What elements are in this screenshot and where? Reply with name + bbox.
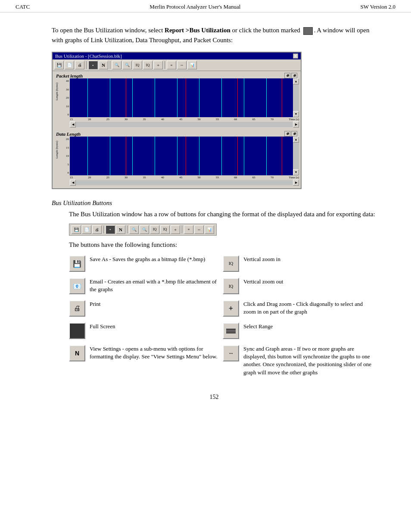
fullscreen-icon[interactable] <box>69 323 85 339</box>
toolbar-sep1 <box>86 61 87 69</box>
window-title: Bus Utilization - [ChatSession.blk] <box>55 53 122 59</box>
graph1-xaxis-row: 15 20 25 30 35 40 45 50 55 60 65 70 Time… <box>54 117 299 121</box>
packet-length-graph: Packet length ⊕ ⊗ Length (bytes) 40 30 2… <box>54 73 299 129</box>
graph2-plot <box>70 137 293 175</box>
section-body: The Bus Utilization window has a row of … <box>69 209 377 376</box>
toolbar-sync-btn[interactable]: ↔ <box>177 61 187 69</box>
email-icon[interactable]: 📧 <box>69 278 85 294</box>
graph1-xaxis-spacer <box>54 117 70 121</box>
graph2-collapse-btn[interactable]: ⊗ <box>291 131 297 137</box>
replica-vzoomin-btn[interactable]: IQ <box>150 225 159 234</box>
redvline4 <box>282 78 282 117</box>
page-content: To open the Bus Utilization window, sele… <box>0 12 411 414</box>
selectrange-desc: Select Range <box>243 323 377 330</box>
g2-hscroll-track <box>76 180 293 185</box>
replica-dragzoom-btn[interactable]: + <box>171 225 180 234</box>
replica-sep2 <box>127 226 128 233</box>
replica-sep3 <box>182 226 182 233</box>
section-body1: The Bus Utilization window has a row of … <box>69 209 377 219</box>
window-close-button[interactable]: ✕ <box>293 53 298 59</box>
vline1 <box>87 78 88 117</box>
window-titlebar: Bus Utilization - [ChatSession.blk] ✕ <box>53 53 301 59</box>
g2-redvline2 <box>186 137 186 175</box>
toolbar-vzoomout-btn[interactable]: IQ <box>143 61 153 69</box>
graph2-expand-btn[interactable]: ⊕ <box>284 131 290 137</box>
toolbar-selectrange-btn[interactable]: ≡ <box>167 61 176 69</box>
graph2-content: Length (bytes) 20 15 10 5 0 <box>54 137 299 175</box>
intro-text-1: To open the Bus Utilization window, sele… <box>52 27 165 34</box>
vzoomout-desc: Vertical zoom out <box>243 278 377 286</box>
vline9 <box>266 78 267 117</box>
sync-icon[interactable]: ↔ <box>223 345 239 361</box>
toolbar-save-btn[interactable]: 💾 <box>54 61 64 69</box>
hscroll-track <box>76 122 293 127</box>
vzoomin-icon[interactable]: IQ <box>223 255 239 272</box>
g2-vline5 <box>177 137 177 175</box>
toolbar-zoomout-btn[interactable]: 🔍 <box>122 61 132 69</box>
replica-email-btn[interactable]: 📄 <box>82 225 91 234</box>
vline2 <box>110 78 110 117</box>
replica-fullscreen-btn[interactable]: ▪ <box>106 225 115 234</box>
print-desc: Print <box>90 300 223 308</box>
viewsettings-icon[interactable]: N <box>69 345 85 361</box>
page-header: CATC Merlin Protocol Analyzer User's Man… <box>0 0 411 12</box>
toolbar-print-btn[interactable]: 🖨 <box>75 61 84 69</box>
hscroll-left-btn[interactable]: ◀ <box>70 121 76 128</box>
g2-hscroll-left-btn[interactable]: ◀ <box>70 180 76 186</box>
toolbar-email-btn[interactable]: 📄 <box>65 61 74 69</box>
dragzoom-icon[interactable]: + <box>223 300 239 317</box>
replica-zoomout-btn[interactable]: 🔍 <box>140 225 149 234</box>
btn-row-5-left: N View Settings - opens a sub-menu with … <box>69 345 223 361</box>
g2-vscroll-down-btn[interactable]: ▼ <box>293 169 299 175</box>
toolbar-viewsettings-btn[interactable]: N <box>99 61 108 69</box>
toolbar-replica: 💾 📄 🖨 ▪ N 🔍 🔍 IQ IQ + ≡ ↔ 📊 <box>69 224 217 236</box>
vscroll-up-btn[interactable]: ▲ <box>293 78 299 84</box>
hscroll-right-btn[interactable]: ▶ <box>293 121 299 128</box>
section-body2: The buttons have the following functions… <box>69 240 377 250</box>
graph1-title-row: Packet length ⊕ ⊗ <box>54 73 299 78</box>
toolbar-dragzoom-btn[interactable]: + <box>153 61 163 69</box>
vline5 <box>177 78 177 117</box>
toolbar-export-btn[interactable]: 📊 <box>187 61 197 69</box>
g2-hscroll-right-btn[interactable]: ▶ <box>293 180 299 186</box>
redvline3 <box>237 78 238 117</box>
g2-vline1 <box>87 137 88 175</box>
section-heading: Bus Utilization Buttons <box>52 199 377 207</box>
graph1-content: Length (bytes) 40 30 20 10 0 <box>54 78 299 117</box>
vzoomout-icon[interactable]: IQ <box>223 278 239 294</box>
graph1-yaxis: Length (bytes) 40 30 20 10 0 <box>54 78 70 117</box>
replica-save-btn[interactable]: 💾 <box>72 225 81 234</box>
replica-vzoomout-btn[interactable]: IQ <box>160 225 170 234</box>
dragzoom-desc: Click and Drag zoom - Click diagonally t… <box>243 300 377 316</box>
replica-selectrange-btn[interactable]: ≡ <box>184 225 193 234</box>
selectrange-icon[interactable] <box>223 323 239 339</box>
replica-sync-btn[interactable]: ↔ <box>194 225 204 234</box>
toolbar-sep2 <box>110 61 110 69</box>
graph2-xaxis: 15 20 25 30 35 40 45 50 55 60 65 70 Time… <box>70 175 299 180</box>
replica-viewsettings-btn[interactable]: N <box>116 225 125 234</box>
save-as-icon[interactable]: 💾 <box>69 255 85 272</box>
g2-vline4 <box>155 137 155 175</box>
replica-zoomin-btn[interactable]: 🔍 <box>129 225 139 234</box>
g2-vline2 <box>110 137 110 175</box>
toolbar-fullscreen-btn[interactable]: ▪ <box>88 61 98 69</box>
page-number: 152 <box>210 394 219 400</box>
btn-row-1-right: IQ Vertical zoom in <box>223 255 377 272</box>
replica-export-btn[interactable]: 📊 <box>205 225 214 234</box>
graph2-ylabel: Length (bytes) <box>55 141 59 159</box>
redvline1 <box>126 78 126 117</box>
print-icon[interactable]: 🖨 <box>69 300 85 317</box>
graph1-expand-btn[interactable]: ⊕ <box>284 73 290 78</box>
replica-print-btn[interactable]: 🖨 <box>92 225 102 234</box>
g2-vline3 <box>132 137 133 175</box>
vscroll-down-btn[interactable]: ▼ <box>293 111 299 117</box>
g2-vscroll-up-btn[interactable]: ▲ <box>293 137 299 143</box>
graph1-plot <box>70 78 293 117</box>
btn-row-4: Full Screen Select Range <box>69 323 377 339</box>
graph1-collapse-btn[interactable]: ⊗ <box>291 73 297 78</box>
toolbar-vzoomin-btn[interactable]: IQ <box>133 61 142 69</box>
toolbar-zoomin-btn[interactable]: 🔍 <box>112 61 121 69</box>
data-length-graph: Data Length ⊕ ⊗ Length (bytes) 20 15 10 … <box>54 131 299 187</box>
graph1-controls: ⊕ ⊗ <box>284 73 297 78</box>
vline7 <box>221 78 222 117</box>
